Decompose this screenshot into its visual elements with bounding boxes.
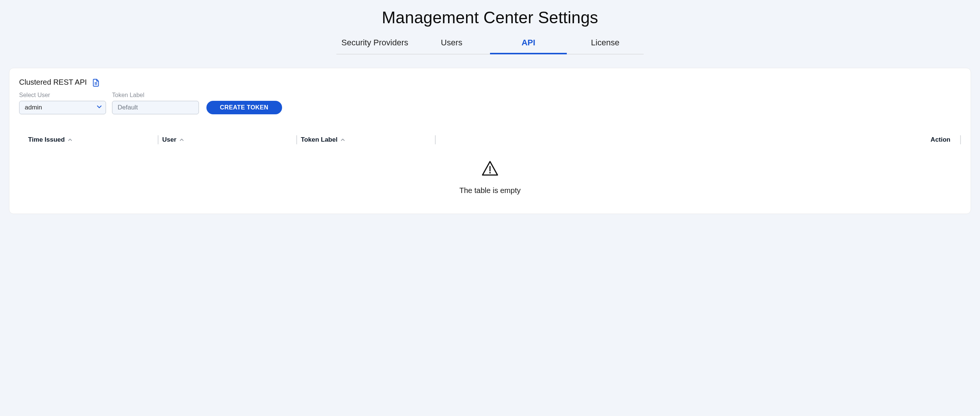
column-time-issued-label: Time Issued — [28, 136, 65, 143]
table-empty-message: The table is empty — [459, 186, 520, 195]
column-user[interactable]: User — [158, 134, 296, 146]
select-user-dropdown[interactable]: admin — [19, 101, 106, 114]
select-user-value: admin — [19, 101, 106, 114]
column-token-label[interactable]: Token Label — [296, 134, 435, 146]
sort-ascending-icon — [340, 137, 345, 142]
column-time-issued[interactable]: Time Issued — [19, 134, 158, 146]
tab-api[interactable]: API — [490, 38, 567, 54]
warning-icon — [481, 160, 499, 178]
column-token-label-label: Token Label — [301, 136, 337, 143]
column-action-label: Action — [931, 136, 950, 143]
token-label-input[interactable] — [112, 101, 199, 114]
tab-users[interactable]: Users — [413, 38, 490, 54]
column-user-label: User — [162, 136, 177, 143]
table-empty-state: The table is empty — [19, 146, 961, 199]
tab-security-providers[interactable]: Security Providers — [336, 38, 413, 54]
svg-point-1 — [489, 172, 491, 174]
table-header-row: Time Issued User Token Label — [19, 134, 961, 146]
column-action: Action — [435, 134, 961, 146]
tokens-table: Time Issued User Token Label — [10, 123, 970, 199]
settings-tabs: Security Providers Users API License — [336, 37, 644, 54]
tab-license[interactable]: License — [567, 38, 644, 54]
document-icon[interactable] — [92, 78, 100, 86]
create-token-button[interactable]: CREATE TOKEN — [207, 101, 282, 114]
token-label-label: Token Label — [112, 92, 199, 99]
page-title: Management Center Settings — [0, 8, 980, 27]
sort-ascending-icon — [180, 137, 184, 142]
select-user-label: Select User — [19, 92, 106, 99]
section-title: Clustered REST API — [19, 78, 87, 86]
api-settings-panel: Clustered REST API Select User admin — [9, 68, 971, 214]
sort-ascending-icon — [68, 137, 72, 142]
